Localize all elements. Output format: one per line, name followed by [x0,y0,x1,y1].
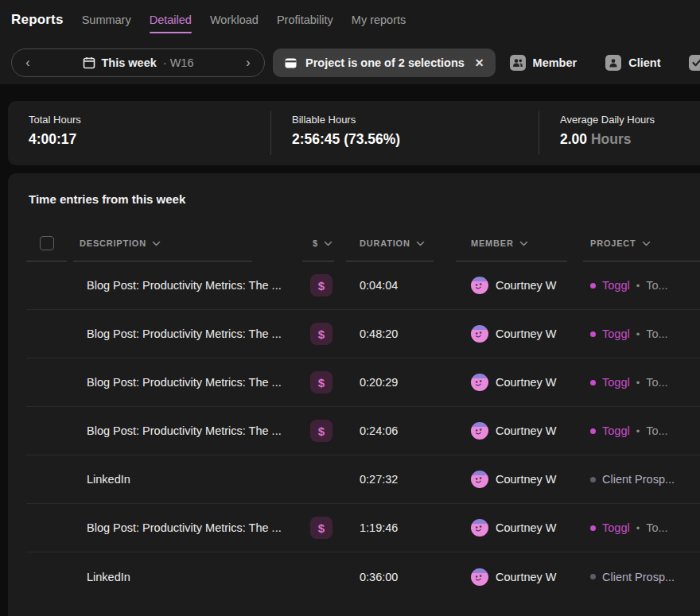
member-filter-button[interactable]: Member [510,55,578,71]
entry-member[interactable]: Courtney W [456,471,583,488]
billable-dollar-badge: $ [310,371,332,393]
duration-header-label: DURATION [360,238,410,248]
client-separator-dot: • [636,425,640,437]
prev-week-button[interactable]: ‹ [21,56,34,69]
date-range-picker[interactable]: ‹ This week · W16 › [11,48,265,77]
entry-duration[interactable]: 0:04:04 [346,279,456,292]
member-avatar [471,277,488,294]
table-row[interactable]: Blog Post: Productivity Metrics: The ...… [26,504,700,552]
entry-billable-cell [266,566,346,588]
project-dot-icon [590,525,596,531]
member-column-header[interactable]: MEMBER [456,225,583,262]
member-icon [510,55,526,71]
entry-member[interactable]: Courtney W [456,374,583,391]
project-dot-icon [590,428,596,434]
entry-description[interactable]: LinkedIn [73,571,266,583]
billable-hours-stat: Billable Hours 2:56:45 (73.56%) [271,101,539,165]
entry-duration[interactable]: 0:27:32 [346,473,456,486]
entry-description[interactable]: Blog Post: Productivity Metrics: The ... [73,279,266,292]
tag-filter-button[interactable]: Tag [689,55,700,71]
project-name: Toggl [602,327,630,340]
entry-member[interactable]: Courtney W [456,277,583,294]
client-name: To... [646,521,667,534]
tab-profitability[interactable]: Profitability [277,14,333,26]
billable-dollar-badge: $ [310,323,332,345]
project-filter-chip[interactable]: Project is one of 2 selections ✕ [273,48,496,77]
billable-hours-label: Billable Hours [292,114,539,126]
entry-description[interactable]: Blog Post: Productivity Metrics: The ... [73,521,266,534]
close-icon[interactable]: ✕ [475,56,484,69]
project-name: Toggl [602,279,630,292]
main-nav: Reports SummaryDetailedWorkloadProfitabi… [11,10,700,30]
next-week-button[interactable]: › [242,56,255,69]
table-title: Time entries from this week [29,192,700,206]
entry-member[interactable]: Courtney W [456,568,583,586]
week-number: · W16 [163,56,194,69]
member-name: Courtney W [496,521,557,534]
project-name: Toggl [602,521,630,534]
tab-workload[interactable]: Workload [210,14,259,26]
table-row[interactable]: Blog Post: Productivity Metrics: The ...… [26,262,700,310]
client-filter-button[interactable]: Client [605,55,660,71]
entry-duration[interactable]: 1:19:46 [346,521,456,534]
member-avatar [471,374,488,391]
billable-dollar-badge: $ [310,517,332,539]
entry-description[interactable]: Blog Post: Productivity Metrics: The ... [73,376,266,389]
entry-duration[interactable]: 0:36:00 [346,571,456,583]
project-filter-label: Project is one of 2 selections [305,56,465,69]
client-separator-dot: • [636,522,640,534]
project-column-header[interactable]: PROJECT [583,225,700,262]
table-row[interactable]: LinkedIn 0:36:00 Courtney W Client Prosp… [26,552,700,601]
project-dot-icon [590,574,596,579]
filter-bar: ‹ This week · W16 › Project is one of 2 … [11,48,700,77]
entry-project[interactable]: Toggl • To... [583,424,700,437]
entry-duration[interactable]: 0:48:20 [346,327,456,340]
entry-description[interactable]: Blog Post: Productivity Metrics: The ... [73,424,266,437]
entry-duration[interactable]: 0:24:06 [346,424,456,437]
member-header-label: MEMBER [471,238,514,248]
entry-description[interactable]: LinkedIn [73,473,266,486]
entry-billable-cell: $ [266,323,346,345]
entry-member[interactable]: Courtney W [456,325,583,343]
entry-duration[interactable]: 0:20:29 [346,376,456,389]
client-name: To... [646,327,667,340]
entry-billable-cell: $ [266,517,346,539]
select-all-cell [26,225,73,262]
tab-summary[interactable]: Summary [82,14,131,26]
entry-project[interactable]: Toggl • To... [583,376,700,389]
client-separator-dot: • [636,377,640,389]
table-header-row: DESCRIPTION $ DURATION MEMBER PROJECT [26,225,700,262]
entry-member[interactable]: Courtney W [456,519,583,537]
entry-project[interactable]: Client Prosp... • [583,473,700,486]
select-all-checkbox[interactable] [40,236,54,250]
tab-detailed[interactable]: Detailed [150,14,192,26]
table-row[interactable]: Blog Post: Productivity Metrics: The ...… [26,358,700,407]
duration-column-header[interactable]: DURATION [346,225,456,262]
entry-description[interactable]: Blog Post: Productivity Metrics: The ... [73,327,266,340]
table-row[interactable]: Blog Post: Productivity Metrics: The ...… [26,407,700,455]
table-row[interactable]: Blog Post: Productivity Metrics: The ...… [26,310,700,358]
entry-member[interactable]: Courtney W [456,422,583,440]
entry-project[interactable]: Toggl • To... [583,327,700,340]
entry-project[interactable]: Toggl • To... [583,521,700,534]
member-avatar [471,519,488,537]
average-daily-hours-value: 2.00 Hours [560,131,700,148]
average-daily-hours-label: Average Daily Hours [560,114,700,126]
entry-project[interactable]: Toggl • To... [583,279,700,292]
table-row[interactable]: LinkedIn 0:27:32 Courtney W Client Prosp… [26,455,700,504]
average-daily-hours-stat: Average Daily Hours 2.00 Hours [539,101,700,165]
tab-my-reports[interactable]: My reports [352,14,406,26]
member-avatar [471,568,488,586]
description-column-header[interactable]: DESCRIPTION [73,225,266,262]
time-entries-table: DESCRIPTION $ DURATION MEMBER PROJECT [26,225,700,601]
chevron-down-icon [152,241,161,246]
client-name: To... [646,376,667,389]
project-header-label: PROJECT [590,238,636,248]
billable-column-header[interactable]: $ [266,225,346,262]
chevron-down-icon [519,241,528,246]
total-hours-stat: Total Hours 4:00:17 [8,101,270,165]
client-separator-dot: • [636,280,640,292]
date-range-label-group[interactable]: This week · W16 [34,56,242,69]
entry-project[interactable]: Client Prosp... • [583,571,700,583]
chevron-down-icon [324,241,332,246]
